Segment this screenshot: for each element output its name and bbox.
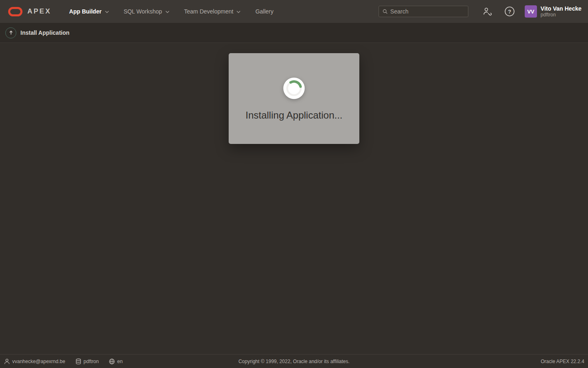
nav-item-app-builder[interactable]: App Builder: [62, 0, 116, 23]
administration-button[interactable]: [481, 5, 494, 18]
nav-item-gallery-label: Gallery: [255, 8, 273, 15]
avatar: VV: [525, 5, 537, 18]
footer: vvanhecke@apexrnd.be pdftron en Copyri: [0, 354, 588, 368]
brand-text: APEX: [27, 7, 51, 16]
footer-language[interactable]: en: [109, 358, 122, 365]
person-icon: [4, 358, 10, 365]
footer-language-label: en: [117, 359, 122, 364]
top-navigation-bar: APEX App Builder SQL Workshop Team Devel…: [0, 0, 588, 23]
page-title: Install Application: [20, 29, 69, 36]
search-input[interactable]: [390, 8, 464, 15]
search-icon: [383, 8, 388, 15]
installing-application-dialog: Installing Application...: [229, 53, 359, 144]
footer-workspace-label: pdftron: [84, 359, 99, 364]
footer-left: vvanhecke@apexrnd.be pdftron en: [4, 358, 238, 365]
globe-icon: [109, 358, 115, 365]
main-content: Installing Application...: [0, 43, 588, 354]
version-text: Oracle APEX 22.2.4: [350, 359, 584, 364]
footer-user-email[interactable]: vvanhecke@apexrnd.be: [4, 358, 65, 365]
nav-item-sql-workshop-label: SQL Workshop: [124, 8, 162, 15]
install-application-icon: [5, 27, 16, 38]
nav-item-app-builder-label: App Builder: [69, 8, 101, 15]
nav-item-team-development-label: Team Development: [184, 8, 234, 15]
chevron-down-icon: [236, 11, 241, 13]
database-icon: [75, 358, 82, 365]
user-info: Vito Van Hecke pdftron: [541, 5, 581, 18]
nav-item-sql-workshop[interactable]: SQL Workshop: [116, 0, 177, 23]
copyright-text: Copyright © 1999, 2022, Oracle and/or it…: [238, 359, 350, 364]
user-workspace: pdftron: [541, 12, 581, 18]
chevron-down-icon: [105, 11, 109, 13]
apex-application-shell: APEX App Builder SQL Workshop Team Devel…: [0, 0, 588, 368]
nav-item-team-development[interactable]: Team Development: [177, 0, 248, 23]
user-name: Vito Van Hecke: [541, 5, 581, 12]
brand-logo[interactable]: APEX: [8, 7, 51, 16]
arrow-up-icon: [8, 30, 14, 36]
user-admin-icon: [482, 7, 492, 16]
loading-spinner-icon: [283, 77, 305, 101]
footer-workspace[interactable]: pdftron: [75, 358, 99, 365]
footer-user-email-label: vvanhecke@apexrnd.be: [12, 359, 65, 364]
help-button[interactable]: ?: [503, 4, 517, 18]
nav-item-gallery[interactable]: Gallery: [248, 0, 281, 23]
chevron-down-icon: [165, 11, 169, 13]
svg-text:?: ?: [508, 9, 511, 15]
help-icon: ?: [504, 6, 515, 17]
oracle-logo-icon: [8, 7, 22, 16]
page-header-bar: Install Application: [0, 23, 588, 43]
installing-message: Installing Application...: [245, 110, 342, 121]
search-box[interactable]: [379, 6, 468, 17]
main-navigation: App Builder SQL Workshop Team Developmen…: [62, 0, 281, 23]
topbar-right-controls: ? VV Vito Van Hecke pdftron: [379, 4, 581, 18]
user-menu[interactable]: VV Vito Van Hecke pdftron: [525, 5, 581, 18]
